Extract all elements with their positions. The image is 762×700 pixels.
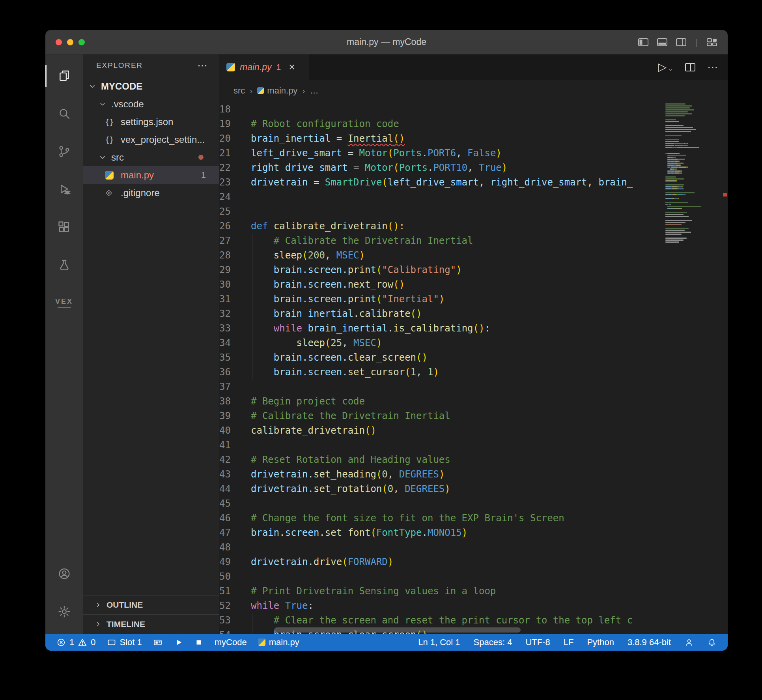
code-line[interactable]: 33 while brain_inertial.is_calibrating()… (219, 321, 728, 336)
code-line[interactable]: 42# Reset Rotation and Heading values (219, 453, 728, 467)
tab-close-icon[interactable]: × (289, 62, 295, 73)
status-language[interactable]: Python (587, 637, 614, 648)
line-number: 51 (219, 584, 251, 599)
status-active-file[interactable]: main.py (258, 637, 299, 648)
status-vex-project[interactable]: myCode (215, 637, 247, 648)
code-line[interactable]: 47brain.screen.set_font(FontType.MONO15) (219, 526, 728, 540)
activity-search[interactable] (45, 95, 83, 133)
code-line[interactable]: 35 brain.screen.clear_screen() (219, 350, 728, 365)
status-feedback[interactable] (684, 638, 694, 647)
status-cursor-position[interactable]: Ln 1, Col 1 (418, 637, 460, 648)
status-vex-brain[interactable] (153, 638, 162, 647)
search-icon (58, 107, 71, 120)
account-icon (58, 567, 71, 580)
breadcrumb-item[interactable]: … (310, 86, 318, 96)
code-line[interactable]: 38# Begin project code (219, 394, 728, 409)
activity-extensions[interactable] (45, 208, 83, 246)
code-line[interactable]: 40calibrate_drivetrain() (219, 423, 728, 438)
activity-testing[interactable] (45, 246, 83, 284)
status-problems[interactable]: 10 (56, 637, 96, 648)
breadcrumb-item[interactable]: main.py (257, 86, 297, 96)
code-line[interactable]: 19# Robot configuration code (219, 117, 728, 131)
activity-account[interactable] (45, 555, 83, 593)
customize-layout-icon[interactable] (706, 37, 717, 47)
code-line[interactable]: 43drivetrain.set_heading(0, DEGREES) (219, 467, 728, 482)
code-line[interactable]: 25 (219, 204, 728, 219)
code-line[interactable]: 51# Print Drivetrain Sensing values in a… (219, 584, 728, 599)
tree-item-main-py[interactable]: main.py1 (83, 166, 219, 184)
activity-explorer[interactable] (45, 57, 83, 95)
code-line[interactable]: 53 # Clear the screen and reset the prin… (219, 613, 728, 628)
indent-guide (252, 350, 252, 365)
status-eol[interactable]: LF (564, 637, 574, 648)
tree-item--gitignore[interactable]: .gitignore (83, 184, 219, 202)
code-line[interactable]: 41 (219, 438, 728, 453)
maximize-window-button[interactable] (78, 39, 85, 45)
toggle-primary-sidebar-icon[interactable] (638, 37, 649, 47)
code-line[interactable]: 18 (219, 102, 728, 117)
tree-item-settings-json[interactable]: {}settings.json (83, 113, 219, 131)
code-line[interactable]: 52while True: (219, 599, 728, 613)
status-vex-run[interactable] (174, 638, 183, 647)
code-line[interactable]: 20brain_inertial = Inertial() (219, 131, 728, 146)
tree-item-vex-project-settin-[interactable]: {}vex_project_settin... (83, 131, 219, 148)
overview-ruler-error-marker (723, 193, 727, 197)
code-editor[interactable]: 1819# Robot configuration code20brain_in… (219, 101, 728, 634)
tree-item-src[interactable]: src (83, 148, 219, 166)
horizontal-scrollbar[interactable] (274, 627, 521, 633)
code-line[interactable]: 39# Calibrate the Drivetrain Inertial (219, 409, 728, 423)
code-line[interactable]: 30 brain.screen.next_row() (219, 277, 728, 292)
status-problems-label: 1 (69, 637, 74, 648)
toggle-secondary-sidebar-icon[interactable] (676, 37, 687, 47)
minimize-window-button[interactable] (67, 39, 73, 45)
code-line[interactable]: 32 brain_inertial.calibrate() (219, 307, 728, 321)
close-window-button[interactable] (56, 39, 62, 45)
code-line[interactable]: 27 # Calibrate the Drivetrain Inertial (219, 234, 728, 248)
code-line[interactable]: 49drivetrain.drive(FORWARD) (219, 555, 728, 569)
run-python-file-icon[interactable]: ▷ (658, 62, 673, 73)
activity-source-control[interactable] (45, 133, 83, 170)
status-notifications[interactable] (707, 638, 717, 647)
code-line[interactable]: 24 (219, 190, 728, 204)
code-line[interactable]: 48 (219, 540, 728, 555)
code-line[interactable]: 22right_drive_smart = Motor(Ports.PORT10… (219, 161, 728, 175)
status-vex-slot[interactable]: Slot 1 (107, 637, 142, 648)
code-line[interactable]: 29 brain.screen.print("Calibrating") (219, 263, 728, 277)
tree-item-label: src (111, 152, 124, 163)
more-actions-icon[interactable]: ⋯ (707, 61, 718, 74)
code-line[interactable]: 36 brain.screen.set_cursor(1, 1) (219, 365, 728, 380)
status-vex-stop[interactable] (194, 638, 204, 647)
tab-problems-badge: 1 (276, 62, 281, 72)
code-line[interactable]: 44drivetrain.set_rotation(0, DEGREES) (219, 482, 728, 496)
code-line[interactable]: 26def calibrate_drivetrain(): (219, 219, 728, 234)
section-timeline[interactable]: TIMELINE (83, 614, 219, 634)
activity-run-debug[interactable] (45, 170, 83, 208)
code-line[interactable]: 46# Change the font size to fit on the E… (219, 511, 728, 526)
code-line[interactable]: 31 brain.screen.print("Inertial") (219, 292, 728, 307)
code-line[interactable]: 34 sleep(25, MSEC) (219, 336, 728, 350)
code-line[interactable]: 37 (219, 380, 728, 394)
status-encoding[interactable]: UTF-8 (525, 637, 550, 648)
activity-vex[interactable]: VEX (45, 284, 83, 322)
line-number: 36 (219, 365, 251, 380)
tree-item--vscode[interactable]: .vscode (83, 95, 219, 113)
line-number: 20 (219, 131, 251, 146)
code-line[interactable]: 50 (219, 569, 728, 584)
split-editor-icon[interactable] (685, 63, 695, 71)
tree-item-mycode[interactable]: MYCODE (83, 77, 219, 95)
sidebar-more-actions-icon[interactable]: ⋯ (197, 60, 208, 72)
code-line[interactable]: 45 (219, 496, 728, 511)
section-outline[interactable]: OUTLINE (83, 595, 219, 614)
code-line[interactable]: 23drivetrain = SmartDrive(left_drive_sma… (219, 175, 728, 190)
toggle-panel-icon[interactable] (657, 37, 668, 47)
activity-settings[interactable] (45, 593, 83, 631)
editor-group: main.py 1 × ▷⋯ src›main.py›… 1819# Robot… (219, 54, 728, 634)
code-text: while True: (251, 599, 728, 613)
minimap[interactable] (663, 101, 722, 245)
code-line[interactable]: 28 sleep(200, MSEC) (219, 248, 728, 263)
status-interpreter[interactable]: 3.8.9 64-bit (628, 637, 671, 648)
tab-main-py[interactable]: main.py 1 × (219, 54, 309, 80)
code-line[interactable]: 21left_drive_smart = Motor(Ports.PORT6, … (219, 146, 728, 161)
status-indentation[interactable]: Spaces: 4 (474, 637, 512, 648)
breadcrumb-item[interactable]: src (233, 86, 245, 96)
